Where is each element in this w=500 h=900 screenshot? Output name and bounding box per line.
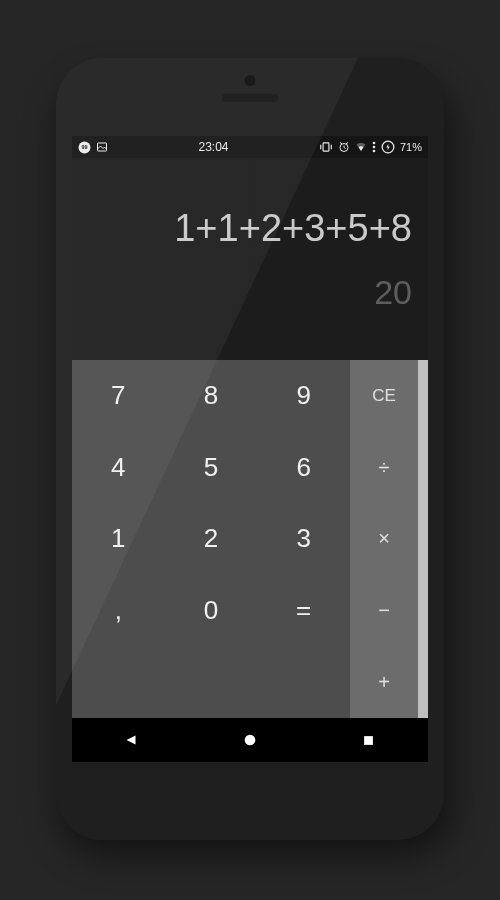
- wifi-icon: [355, 141, 367, 153]
- phone-camera: [245, 75, 256, 86]
- key-9[interactable]: 9: [257, 360, 350, 432]
- battery-percent: 71%: [400, 141, 422, 153]
- key-4[interactable]: 4: [72, 432, 165, 504]
- keypad: 7 8 9 4 5 6 1 2 3 , 0 = CE ÷ ×: [72, 360, 428, 718]
- svg-point-11: [373, 150, 376, 153]
- battery-circle-icon: [381, 140, 395, 154]
- calc-result: 20: [374, 275, 412, 309]
- nav-recent-button[interactable]: [354, 725, 384, 755]
- stage: 99 23:04: [0, 0, 500, 900]
- operator-column: CE ÷ × − +: [350, 360, 418, 718]
- key-2[interactable]: 2: [165, 503, 258, 575]
- status-bar: 99 23:04: [72, 136, 428, 158]
- more-icon: [372, 141, 376, 153]
- key-5[interactable]: 5: [165, 432, 258, 504]
- svg-point-9: [373, 142, 376, 145]
- svg-line-8: [346, 143, 348, 145]
- phone-frame: 99 23:04: [56, 58, 444, 840]
- key-7[interactable]: 7: [72, 360, 165, 432]
- svg-point-13: [245, 735, 256, 746]
- key-divide[interactable]: ÷: [350, 432, 418, 504]
- svg-rect-3: [323, 143, 329, 151]
- svg-text:99: 99: [81, 144, 87, 150]
- vibrate-icon: [319, 141, 333, 153]
- key-clear-entry[interactable]: CE: [350, 360, 418, 432]
- nav-back-button[interactable]: [116, 725, 146, 755]
- key-0[interactable]: 0: [165, 575, 258, 647]
- number-pad: 7 8 9 4 5 6 1 2 3 , 0 =: [72, 360, 350, 718]
- calc-display: 1+1+2+3+5+8 20: [72, 158, 428, 360]
- calc-expression: 1+1+2+3+5+8: [174, 209, 412, 247]
- svg-rect-14: [364, 736, 373, 745]
- key-3[interactable]: 3: [257, 503, 350, 575]
- alarm-icon: [338, 141, 350, 153]
- key-6[interactable]: 6: [257, 432, 350, 504]
- key-add[interactable]: +: [350, 646, 418, 718]
- key-equals[interactable]: =: [257, 575, 350, 647]
- svg-point-10: [373, 146, 376, 149]
- image-icon: [96, 141, 108, 153]
- android-nav-bar: [72, 718, 428, 762]
- key-comma[interactable]: ,: [72, 575, 165, 647]
- key-1[interactable]: 1: [72, 503, 165, 575]
- key-8[interactable]: 8: [165, 360, 258, 432]
- phone-speaker: [222, 94, 278, 102]
- drawer-handle[interactable]: [418, 360, 428, 718]
- hangouts-icon: 99: [78, 141, 91, 154]
- key-multiply[interactable]: ×: [350, 503, 418, 575]
- nav-home-button[interactable]: [235, 725, 265, 755]
- key-subtract[interactable]: −: [350, 575, 418, 647]
- phone-screen: 99 23:04: [72, 136, 428, 762]
- status-time: 23:04: [108, 140, 319, 154]
- numpad-spacer: [72, 646, 350, 718]
- svg-line-7: [340, 143, 342, 145]
